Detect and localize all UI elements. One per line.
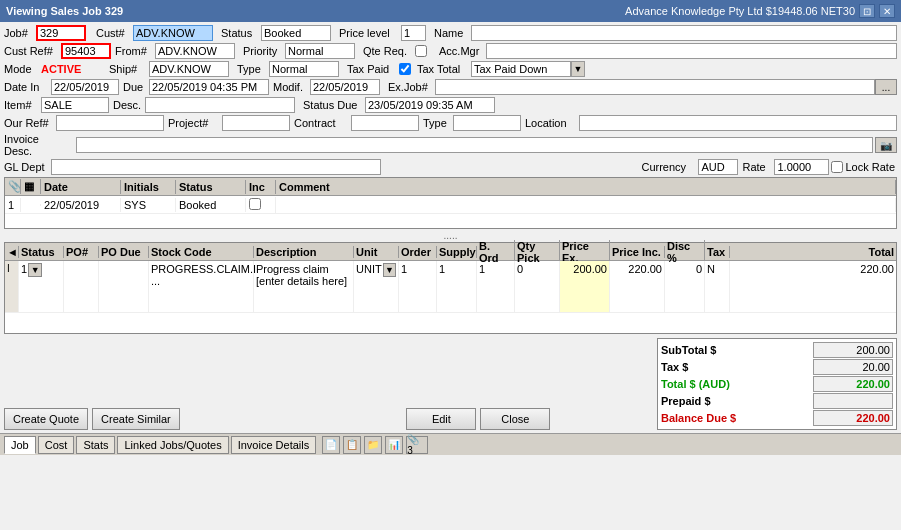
items-row-po-due — [99, 261, 149, 312]
items-col-description: Description — [254, 246, 354, 258]
notes-row: 1 22/05/2019 SYS Booked — [5, 196, 896, 214]
total-value — [813, 376, 893, 392]
items-row-1: I 1 ▼ PROGRESS.CLAIM.I ... Progress clai… — [5, 261, 896, 313]
close-button[interactable]: Close — [480, 408, 550, 430]
currency-label: Currency — [641, 161, 696, 173]
toolbar-icon-2[interactable]: 📋 — [343, 436, 361, 454]
mode-value: ACTIVE — [41, 63, 109, 75]
tax-paid-checkbox[interactable] — [399, 63, 411, 75]
items-row-price-inc: 220.00 — [610, 261, 665, 312]
tab-invoice-details[interactable]: Invoice Details — [231, 436, 317, 454]
location-input[interactable] — [579, 115, 897, 131]
notes-col-comment: Comment — [276, 180, 896, 194]
toolbar-icon-5[interactable]: 📎 3 — [406, 436, 428, 454]
currency-input[interactable] — [698, 159, 738, 175]
price-level-input[interactable] — [401, 25, 426, 41]
date-in-input[interactable] — [51, 79, 119, 95]
tax-total-label: Tax Total — [417, 63, 469, 75]
items-row-b-ord: 1 — [477, 261, 515, 312]
name-input[interactable] — [471, 25, 897, 41]
acc-mgr-input[interactable] — [486, 43, 897, 59]
items-row-unit: UNIT ▼ — [354, 261, 399, 312]
items-row-total: 220.00 — [730, 261, 896, 312]
tax-total-input[interactable] — [471, 61, 571, 77]
items-col-po: PO# — [64, 246, 99, 258]
tax-total-dropdown[interactable]: ▼ — [571, 61, 585, 77]
items-status-dropdown[interactable]: ▼ — [28, 263, 42, 277]
type2-input[interactable] — [453, 115, 521, 131]
due-input[interactable] — [149, 79, 269, 95]
due-label: Due — [123, 81, 147, 93]
from-input[interactable] — [155, 43, 235, 59]
name-label: Name — [434, 27, 469, 39]
ship-label: Ship# — [109, 63, 147, 75]
type-label: Type — [237, 63, 267, 75]
notes-empty1 — [21, 204, 41, 206]
tab-linked-jobs[interactable]: Linked Jobs/Quotes — [117, 436, 228, 454]
tab-job[interactable]: Job — [4, 436, 36, 454]
items-col-price-ex: Price Ex. — [560, 240, 610, 264]
items-row-price-ex: 200.00 — [560, 261, 610, 312]
invoice-desc-button[interactable]: 📷 — [875, 137, 897, 153]
close-window-button[interactable]: ✕ — [879, 4, 895, 18]
status-label: Status — [221, 27, 259, 39]
lock-rate-checkbox[interactable] — [831, 161, 843, 173]
toolbar-icon-4[interactable]: 📊 — [385, 436, 403, 454]
type2-label: Type — [423, 117, 451, 129]
items-col-order: Order — [399, 246, 437, 258]
notes-comment[interactable] — [276, 198, 896, 212]
edit-button[interactable]: Edit — [406, 408, 476, 430]
cust-input[interactable] — [133, 25, 213, 41]
status-due-input[interactable] — [365, 97, 495, 113]
contract-input[interactable] — [351, 115, 419, 131]
items-col-tax: Tax — [705, 246, 730, 258]
our-ref-input[interactable] — [56, 115, 164, 131]
items-row-po — [64, 261, 99, 312]
status-input[interactable] — [261, 25, 331, 41]
job-input[interactable] — [36, 25, 86, 41]
notes-col-grid: ▦ — [21, 179, 41, 194]
from-label: From# — [115, 45, 153, 57]
items-row-supply: 1 — [437, 261, 477, 312]
priority-input[interactable] — [285, 43, 355, 59]
item-label: Item# — [4, 99, 39, 111]
items-grid-header: ◄ Status PO# PO Due Stock Code Descripti… — [5, 243, 896, 261]
balance-value — [813, 410, 893, 426]
project-label: Project# — [168, 117, 220, 129]
notes-status: Booked — [176, 198, 246, 212]
type-input[interactable] — [269, 61, 339, 77]
items-unit-dropdown[interactable]: ▼ — [383, 263, 396, 277]
modif-input[interactable] — [310, 79, 380, 95]
gl-dept-input[interactable] — [51, 159, 381, 175]
desc-input[interactable] — [145, 97, 295, 113]
tax-label: Tax $ — [661, 361, 751, 373]
invoice-desc-input[interactable] — [76, 137, 873, 153]
qte-req-checkbox[interactable] — [415, 45, 427, 57]
items-row-marker: I — [5, 261, 19, 312]
ship-input[interactable] — [149, 61, 229, 77]
ex-job-browse-button[interactable]: ... — [875, 79, 897, 95]
project-input[interactable] — [222, 115, 290, 131]
location-label: Location — [525, 117, 577, 129]
create-quote-button[interactable]: Create Quote — [4, 408, 88, 430]
notes-inc[interactable] — [246, 197, 276, 213]
tab-bar: Job Cost Stats Linked Jobs/Quotes Invoic… — [0, 433, 901, 455]
gl-dept-label: GL Dept — [4, 161, 49, 173]
notes-col-inc: Inc — [246, 180, 276, 194]
toolbar-icon-1[interactable]: 📄 — [322, 436, 340, 454]
items-col-supply: Supply — [437, 246, 477, 258]
tab-stats[interactable]: Stats — [76, 436, 115, 454]
ex-job-input[interactable] — [435, 79, 875, 95]
restore-button[interactable]: ⊡ — [859, 4, 875, 18]
bottom-buttons: Create Quote Create Similar — [4, 408, 180, 430]
rate-input[interactable] — [774, 159, 829, 175]
toolbar-icon-3[interactable]: 📁 — [364, 436, 382, 454]
item-input[interactable] — [41, 97, 109, 113]
items-row-description: Progress claim [enter details here] — [254, 261, 354, 312]
custref-input[interactable] — [61, 43, 111, 59]
create-similar-button[interactable]: Create Similar — [92, 408, 180, 430]
qte-req-label: Qte Req. — [363, 45, 413, 57]
items-col-status: Status — [19, 246, 64, 258]
lock-rate-label: Lock Rate — [845, 161, 895, 173]
tab-cost[interactable]: Cost — [38, 436, 75, 454]
